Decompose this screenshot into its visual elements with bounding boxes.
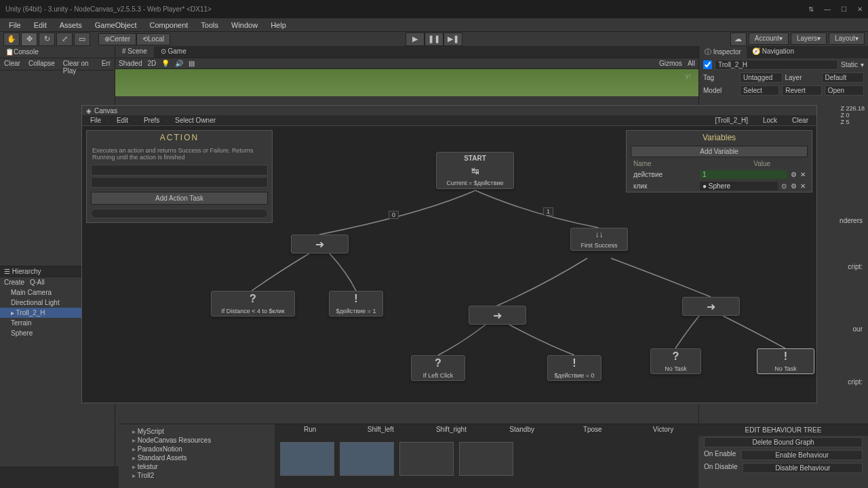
proj-tekstur[interactable]: tekstur [121, 462, 272, 471]
game-tab[interactable]: ⊙ Game [154, 46, 193, 58]
static-dropdown-icon[interactable]: ▾ [861, 61, 864, 68]
rotate-tool[interactable]: ↻ [39, 33, 55, 46]
var-settings-icon[interactable]: ⚙ [789, 171, 798, 178]
layers-dropdown[interactable]: Layers ▾ [791, 33, 827, 45]
anim-clip[interactable] [280, 442, 334, 476]
console-tab[interactable]: 📋 Console [0, 46, 115, 58]
canvas-select-owner[interactable]: Select Owner [171, 117, 220, 124]
layer-value[interactable]: Default [822, 73, 865, 83]
console-clearonplay[interactable]: Clear on Play [59, 58, 98, 70]
hierarchy-search[interactable]: Q·All [30, 279, 45, 286]
cloud-icon[interactable]: ☁ [730, 33, 747, 46]
menu-tools[interactable]: Tools [195, 20, 224, 30]
model-select[interactable]: Select [740, 85, 779, 96]
var-delete-icon[interactable]: ✕ [798, 182, 808, 190]
menu-component[interactable]: Component [144, 20, 193, 30]
console-collapse[interactable]: Collapse [24, 58, 59, 70]
object-active-checkbox[interactable] [703, 60, 712, 69]
close-icon[interactable]: ✕ [857, 5, 863, 13]
inspector-tab[interactable]: ⓘ Inspector [699, 46, 747, 58]
clip-standby[interactable]: Standby [487, 424, 557, 436]
clip-victory[interactable]: Victory [628, 424, 698, 436]
orientation-gizmo[interactable]: y↑ [686, 73, 692, 79]
var-name[interactable]: клик [631, 182, 698, 190]
shaded-dropdown[interactable]: Shaded [119, 60, 142, 67]
canvas-file[interactable]: File [86, 117, 105, 124]
play-button[interactable]: ▶ [406, 33, 425, 46]
var-settings-icon[interactable]: ⚙ [789, 182, 798, 190]
search-all[interactable]: All [688, 60, 695, 67]
var-value[interactable]: 1 [700, 170, 787, 179]
anim-clip[interactable] [459, 442, 513, 476]
anim-clip[interactable] [399, 442, 454, 476]
hand-tool[interactable]: ✋ [3, 33, 20, 46]
move-tool[interactable]: ✥ [21, 33, 37, 46]
hierarchy-create[interactable]: Create [4, 279, 24, 286]
pivot-center[interactable]: ⊕ Center [98, 33, 136, 45]
clip-shiftright[interactable]: Shift_right [416, 424, 486, 436]
proj-nodecanvas[interactable]: NodeCanvas Resources [121, 436, 272, 445]
clip-tpose[interactable]: Tpose [557, 424, 628, 436]
node-sequence-1[interactable]: ➜ [291, 235, 349, 253]
canvas-edit[interactable]: Edit [113, 117, 132, 124]
node-condition-leftclick[interactable]: ? If Left Click [411, 355, 465, 381]
menu-window[interactable]: Window [226, 20, 263, 30]
menu-file[interactable]: File [3, 20, 26, 30]
audio-icon[interactable]: 🔊 [175, 60, 183, 67]
maximize-icon[interactable]: ☐ [841, 5, 847, 13]
canvas-title-bar[interactable]: ◈ Canvas [82, 106, 816, 115]
var-value[interactable]: ● Sphere [700, 182, 778, 190]
clip-run[interactable]: Run [275, 424, 345, 436]
menu-edit[interactable]: Edit [28, 20, 52, 30]
scale-tool[interactable]: ⤢ [56, 33, 73, 46]
node-action-notask[interactable]: ! No Task [757, 348, 814, 374]
anim-clip[interactable] [340, 442, 394, 476]
node-sequence-2[interactable]: ➜ [469, 306, 526, 325]
minimize-icon[interactable]: — [824, 5, 831, 13]
static-label[interactable]: Static [841, 61, 858, 68]
disable-behaviour-dropdown[interactable]: Disable Behaviour [743, 463, 863, 473]
menu-help[interactable]: Help [265, 20, 292, 30]
var-picker-icon[interactable]: ⊙ [779, 182, 789, 190]
scene-view[interactable]: y↑ [115, 69, 698, 96]
node-condition-distance[interactable]: ? If Distance < 4 to $клик [211, 291, 295, 317]
scene-tab[interactable]: # Scene [115, 46, 154, 58]
node-action-set1[interactable]: ! $действие = 1 [329, 291, 383, 317]
add-action-task-button[interactable]: Add Action Task [91, 192, 268, 205]
add-variable-button[interactable]: Add Variable [631, 146, 808, 157]
mode-2d[interactable]: 2D [147, 60, 156, 67]
console-clear[interactable]: Clear [0, 58, 24, 70]
var-delete-icon[interactable]: ✕ [798, 171, 808, 178]
fx-icon[interactable]: ▤ [189, 60, 195, 67]
menu-assets[interactable]: Assets [54, 20, 87, 30]
canvas-graph-area[interactable]: ACTION Executes an action and returns Su… [82, 126, 816, 403]
action-comments-field[interactable] [91, 177, 268, 188]
node-condition-notask[interactable]: ? No Task [650, 348, 701, 374]
object-name[interactable]: Troll_2_H [715, 60, 838, 70]
enable-behaviour-dropdown[interactable]: Enable Behaviour [741, 450, 863, 460]
action-search[interactable] [91, 209, 268, 218]
pause-button[interactable]: ❚❚ [425, 33, 443, 46]
canvas-prefs[interactable]: Prefs [140, 117, 163, 124]
menu-gameobject[interactable]: GameObject [90, 20, 142, 30]
layout-dropdown[interactable]: Layout ▾ [829, 33, 865, 45]
canvas-clear[interactable]: Clear [788, 117, 812, 124]
model-open[interactable]: Open [825, 85, 864, 96]
light-icon[interactable]: 💡 [161, 60, 170, 67]
action-tag-field[interactable] [91, 165, 268, 176]
var-name[interactable]: действие [631, 170, 698, 179]
step-button[interactable]: ▶❚ [443, 33, 462, 46]
rect-tool[interactable]: ▭ [74, 33, 90, 46]
model-revert[interactable]: Revert [782, 85, 821, 96]
proj-myscript[interactable]: MyScript [121, 427, 272, 436]
tag-value[interactable]: Untagged [740, 73, 783, 83]
node-first-success[interactable]: ↓↓ First Success [570, 228, 628, 251]
account-dropdown[interactable]: Account ▾ [749, 33, 789, 45]
navigation-tab[interactable]: 🧭 Navigation [747, 46, 800, 58]
node-action-set0[interactable]: ! $действие = 0 [547, 355, 601, 381]
console-err[interactable]: Err [98, 58, 115, 70]
gizmos-toggle[interactable]: Gizmos [659, 60, 682, 67]
node-sequence-3[interactable]: ➜ [682, 297, 740, 316]
canvas-lock[interactable]: Lock [759, 117, 781, 124]
proj-troll2[interactable]: Troll2 [121, 471, 272, 480]
